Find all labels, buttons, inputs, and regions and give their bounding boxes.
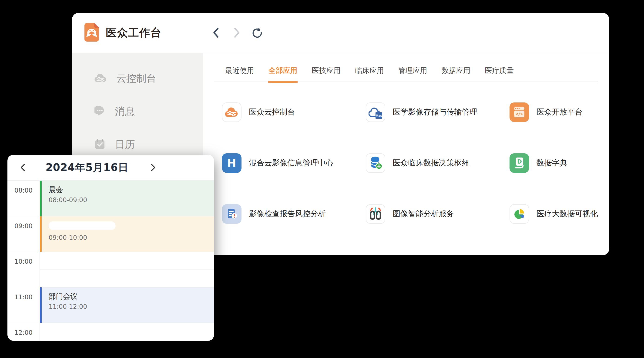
calendar-slot-1100: 11:00 部门会议 11:00-12:00 — [8, 287, 214, 323]
app-title: 医众工作台 — [106, 25, 162, 40]
app-label: 混合云影像信息管理中心 — [249, 158, 334, 168]
apps-content: 最近使用 全部应用 医技应用 临床应用 管理应用 数据应用 医疗质量 — [203, 53, 609, 255]
svg-text:!: ! — [233, 213, 236, 219]
tab-clinical-apps[interactable]: 临床应用 — [355, 66, 384, 75]
cloud-storage-icon: Mas — [366, 102, 385, 122]
time-label: 10:00 — [8, 252, 40, 287]
tab-data-apps[interactable]: 数据应用 — [442, 66, 470, 75]
event-title: 部门会议 — [49, 292, 214, 301]
app-data-dictionary[interactable]: D 数据字典 — [510, 138, 609, 188]
time-label: 11:00 — [8, 287, 40, 323]
database-plus-icon — [366, 153, 385, 173]
app-label: 影像检查报告风控分析 — [249, 209, 326, 219]
time-label: 08:00 — [8, 181, 40, 216]
letter-h-icon: H — [222, 153, 242, 173]
svg-text:D: D — [517, 159, 522, 165]
sidebar-item-label: 日历 — [115, 138, 135, 151]
calendar-slot-0800: 08:00 晨会 08:00-09:00 — [8, 181, 214, 216]
svg-text:</>: </> — [516, 112, 523, 116]
app-label: 医众云控制台 — [249, 107, 295, 117]
calendar-slot-1000: 10:00 — [8, 252, 214, 287]
app-label: 医众临床数据决策枢纽 — [393, 158, 470, 168]
forward-button[interactable] — [231, 26, 242, 39]
calendar-prev-day-button[interactable] — [18, 162, 28, 173]
calendar-day-grid: 08:00 晨会 08:00-09:00 09:00 09:00-10:00 1… — [8, 181, 214, 341]
sidebar-item-messages[interactable]: 消息 — [72, 100, 203, 123]
app-label: 医学影像存储与传输管理 — [393, 107, 477, 117]
cloud-settings-icon — [222, 102, 242, 122]
tab-medtech-apps[interactable]: 医技应用 — [312, 66, 340, 75]
calendar-icon — [94, 139, 105, 150]
time-label: 09:00 — [8, 216, 40, 252]
app-label: 数据字典 — [536, 158, 567, 168]
tab-recent[interactable]: 最近使用 — [225, 66, 254, 75]
event-time-range: 09:00-10:00 — [49, 234, 214, 242]
app-label: 医疗大数据可视化 — [536, 209, 598, 219]
calendar-slot-0900: 09:00 09:00-10:00 — [8, 216, 214, 252]
calendar-event-department-meeting[interactable]: 部门会议 11:00-12:00 — [40, 287, 214, 323]
svg-text:H: H — [227, 157, 236, 169]
event-time-range: 08:00-09:00 — [49, 196, 214, 204]
sidebar-item-calendar[interactable]: 日历 — [72, 133, 203, 156]
time-label: 12:00 — [8, 323, 40, 341]
app-cloud-console[interactable]: 医众云控制台 — [222, 87, 366, 138]
cloud-console-icon — [94, 73, 106, 84]
app-report-risk-analysis[interactable]: ! 影像检查报告风控分析 — [222, 188, 366, 239]
nav-group — [210, 26, 263, 39]
back-button[interactable] — [210, 26, 222, 39]
message-icon — [94, 106, 105, 117]
refresh-button[interactable] — [252, 26, 263, 39]
tab-all-apps[interactable]: 全部应用 — [268, 66, 297, 75]
event-time-range: 11:00-12:00 — [49, 303, 214, 311]
app-big-data-visualization[interactable]: 医疗大数据可视化 — [510, 188, 609, 239]
app-image-ai-analysis[interactable]: 图像智能分析服务 — [366, 188, 510, 239]
sidebar-item-label: 云控制台 — [116, 72, 156, 85]
app-clinical-data-hub[interactable]: 医众临床数据决策枢纽 — [366, 138, 510, 188]
app-label: 医众开放平台 — [536, 107, 582, 117]
window-header: 医众工作台 — [72, 13, 609, 53]
event-title-redacted — [49, 221, 116, 230]
lungs-icon — [366, 204, 385, 224]
calendar-date-title: 2024年5月16日 — [46, 161, 128, 175]
sidebar-item-label: 消息 — [115, 105, 135, 118]
event-title: 晨会 — [49, 185, 214, 194]
dictionary-book-icon: D — [510, 153, 529, 173]
half-hour-divider — [40, 269, 214, 270]
app-logo-icon — [84, 23, 99, 42]
pie-chart-icon — [510, 204, 529, 224]
calendar-next-day-button[interactable] — [148, 162, 158, 173]
tab-medical-quality[interactable]: 医疗质量 — [485, 66, 514, 75]
code-window-icon: </> — [510, 102, 529, 122]
calendar-header: 2024年5月16日 — [8, 155, 214, 181]
tab-management-apps[interactable]: 管理应用 — [398, 66, 427, 75]
svg-text:Mas: Mas — [376, 114, 382, 117]
app-label: 图像智能分析服务 — [393, 209, 454, 219]
report-alert-icon: ! — [222, 204, 242, 224]
apps-grid: 医众云控制台 Mas 医学影像存储与传输管理 — [203, 87, 609, 239]
sidebar-item-cloud-console[interactable]: 云控制台 — [72, 67, 203, 90]
calendar-slot-1200: 12:00 — [8, 323, 214, 341]
app-open-platform[interactable]: </> 医众开放平台 — [510, 87, 609, 138]
app-imaging-storage[interactable]: Mas 医学影像存储与传输管理 — [366, 87, 510, 138]
calendar-event-morning-meeting[interactable]: 晨会 08:00-09:00 — [40, 181, 214, 216]
calendar-event-redacted[interactable]: 09:00-10:00 — [40, 216, 214, 252]
calendar-panel: 2024年5月16日 08:00 晨会 08:00-09:00 09:00 09… — [8, 155, 214, 341]
tabs-bar: 最近使用 全部应用 医技应用 临床应用 管理应用 数据应用 医疗质量 — [214, 66, 598, 82]
app-hybrid-cloud-imaging[interactable]: H 混合云影像信息管理中心 — [222, 138, 366, 188]
